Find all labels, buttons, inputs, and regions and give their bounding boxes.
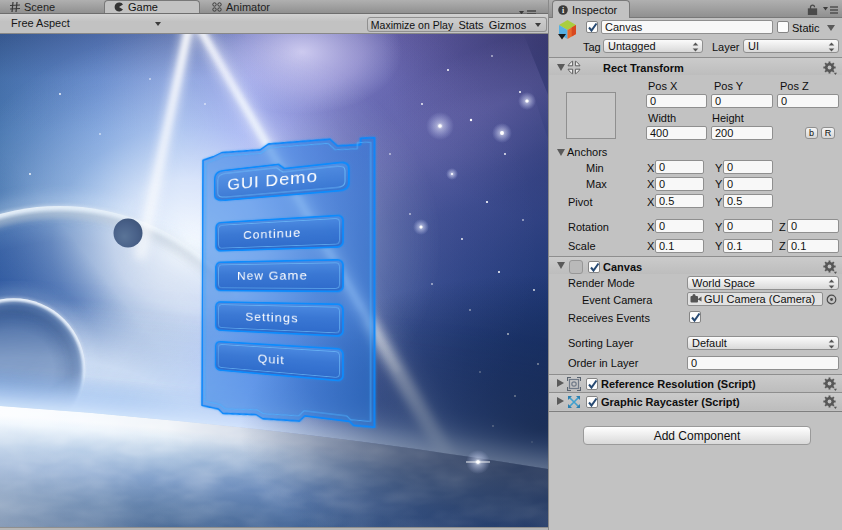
- svg-text:Continue: Continue: [243, 226, 301, 242]
- svg-text:New Game: New Game: [237, 269, 308, 282]
- svg-text:Settings: Settings: [245, 310, 298, 325]
- svg-text:Quit: Quit: [258, 352, 285, 367]
